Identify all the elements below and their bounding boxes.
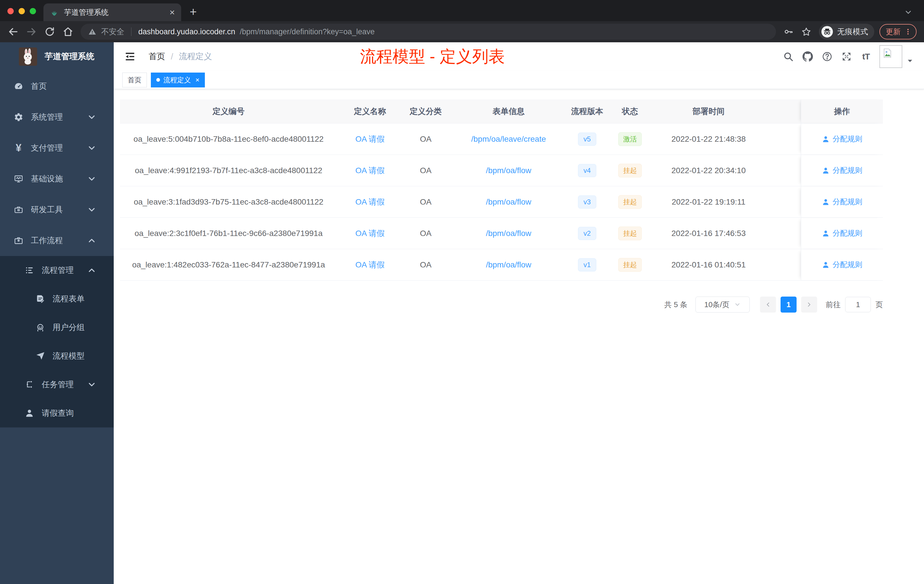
breadcrumb-home[interactable]: 首页 (148, 51, 165, 62)
deploy-time-cell: 2022-01-22 20:34:10 (654, 155, 763, 186)
status-badge: 激活 (618, 132, 642, 146)
goto-page-input[interactable] (845, 297, 871, 312)
search-icon[interactable] (783, 51, 794, 62)
filler-cell (763, 249, 801, 280)
home-icon[interactable] (62, 26, 74, 38)
version-badge: v4 (578, 164, 596, 177)
password-key-icon[interactable] (784, 26, 794, 37)
assign-rule-button[interactable]: 分配规则 (822, 260, 862, 270)
form-link[interactable]: /bpm/oa/flow (486, 198, 531, 206)
sidebar-item-label: 流程表单 (53, 294, 84, 304)
form-link[interactable]: /bpm/oa/leave/create (471, 135, 546, 144)
form-link[interactable]: /bpm/oa/flow (486, 229, 531, 238)
help-icon[interactable] (822, 51, 833, 62)
assign-rule-label: 分配规则 (833, 165, 862, 175)
address-bar[interactable]: 不安全 dashboard.yudao.iocoder.cn/bpm/manag… (81, 24, 776, 40)
sidebar-item-home[interactable]: 首页 (0, 71, 114, 102)
chevron-right-icon (806, 301, 813, 308)
sidebar-logo[interactable]: 芋道管理系统 (0, 42, 114, 71)
breadcrumb-current: 流程定义 (179, 51, 212, 62)
browser-tab[interactable]: 芋道管理系统 × (43, 3, 181, 21)
url-path: /bpm/manager/definition?key=oa_leave (240, 27, 375, 36)
url-host: dashboard.yudao.iocoder.cn (138, 27, 235, 36)
chrome-update-button[interactable]: 更新 (879, 24, 917, 40)
new-tab-button[interactable]: + (190, 5, 197, 19)
gear-icon (14, 112, 23, 122)
status-badge: 挂起 (618, 226, 642, 240)
window-close-button[interactable] (7, 8, 14, 14)
bookmark-star-icon[interactable] (801, 26, 812, 37)
sidebar-item-label: 基础设施 (31, 173, 63, 184)
back-icon[interactable] (7, 26, 19, 38)
sidebar-item-payment[interactable]: ¥支付管理 (0, 133, 114, 163)
tab-search-chevron-icon[interactable] (904, 8, 912, 16)
sidebar-item-process-mgmt[interactable]: 流程管理 (0, 256, 114, 285)
form-link[interactable]: /bpm/oa/flow (486, 166, 531, 175)
next-page-button[interactable] (801, 297, 817, 313)
category-cell: OA (403, 186, 449, 218)
window-minimize-button[interactable] (18, 8, 25, 14)
table-row: oa_leave:1:482ec033-762a-11ec-8477-a2380… (120, 249, 883, 280)
address-divider (131, 27, 132, 36)
sidebar-item-leave-query[interactable]: 请假查询 (0, 399, 114, 427)
sidebar-item-label: 流程管理 (42, 265, 74, 276)
form-link[interactable]: /bpm/oa/flow (486, 260, 531, 269)
definition-name-link[interactable]: OA 请假 (355, 228, 385, 239)
kebab-menu-icon[interactable] (904, 28, 912, 36)
chevron-up-icon (87, 236, 97, 246)
deploy-time-cell: 2022-01-16 01:40:51 (654, 249, 763, 280)
assign-rule-button[interactable]: 分配规则 (822, 197, 862, 207)
avatar[interactable] (879, 45, 902, 68)
assign-rule-button[interactable]: 分配规则 (822, 134, 862, 144)
tags-view-bar: 首页流程定义× (114, 71, 924, 89)
caret-down-icon[interactable] (906, 57, 914, 64)
sidebar-toggle-hamburger-icon[interactable] (124, 51, 136, 63)
sidebar-item-process-model[interactable]: 流程模型 (0, 342, 114, 370)
version-badge: v1 (578, 258, 596, 271)
definition-name-link[interactable]: OA 请假 (355, 196, 385, 208)
app-title: 芋道管理系统 (45, 51, 94, 62)
tag-item[interactable]: 首页 (122, 73, 147, 87)
assign-rule-button[interactable]: 分配规则 (822, 165, 862, 175)
page-number-button[interactable]: 1 (780, 297, 797, 313)
forward-icon[interactable] (26, 26, 37, 38)
definition-name-link[interactable]: OA 请假 (355, 259, 385, 270)
tag-close-icon[interactable]: × (195, 76, 200, 84)
github-icon[interactable] (802, 51, 813, 62)
column-header: 定义分类 (403, 99, 449, 123)
deploy-time-cell: 2022-01-16 17:46:53 (654, 218, 763, 249)
sidebar-item-process-form[interactable]: 流程表单 (0, 285, 114, 313)
table-row: oa_leave:5:004b710b-7b8a-11ec-8ef0-acde4… (120, 124, 883, 155)
not-secure-warning-icon (88, 27, 97, 36)
page-size-select[interactable]: 10条/页 (695, 297, 750, 313)
sidebar-item-task-mgmt[interactable]: 任务管理 (0, 370, 114, 399)
app-navbar: 首页 / 流程定义 流程模型 - 定义列表 tT (114, 42, 924, 71)
sidebar-item-system[interactable]: 系统管理 (0, 102, 114, 133)
yen-icon: ¥ (14, 143, 23, 153)
chevron-down-icon (87, 174, 97, 184)
column-header: 定义编号 (120, 99, 337, 123)
chevron-down-icon (87, 205, 97, 214)
version-badge: v2 (578, 227, 596, 240)
sidebar-item-label: 系统管理 (31, 112, 63, 122)
sidebar-item-label: 用户分组 (53, 322, 84, 333)
sidebar-item-devtools[interactable]: 研发工具 (0, 194, 114, 225)
sidebar-item-user-group[interactable]: 用户分组 (0, 313, 114, 342)
filler-cell (763, 218, 801, 249)
window-controls (7, 8, 36, 14)
tag-label: 流程定义 (163, 76, 191, 84)
category-cell: OA (403, 218, 449, 249)
definition-name-link[interactable]: OA 请假 (355, 165, 385, 176)
prev-page-button[interactable] (760, 297, 776, 313)
tag-active[interactable]: 流程定义× (151, 73, 205, 87)
window-zoom-button[interactable] (30, 8, 36, 14)
definition-id-cell: oa_leave:1:482ec033-762a-11ec-8477-a2380… (120, 249, 337, 280)
sidebar-item-workflow[interactable]: 工作流程 (0, 225, 114, 256)
definition-name-link[interactable]: OA 请假 (355, 134, 385, 145)
reload-icon[interactable] (44, 26, 55, 38)
fullscreen-icon[interactable] (841, 51, 852, 62)
sidebar-item-infra[interactable]: 基础设施 (0, 163, 114, 194)
assign-rule-button[interactable]: 分配规则 (822, 228, 862, 238)
tab-close-icon[interactable]: × (170, 7, 175, 18)
font-size-icon[interactable]: tT (861, 51, 871, 62)
